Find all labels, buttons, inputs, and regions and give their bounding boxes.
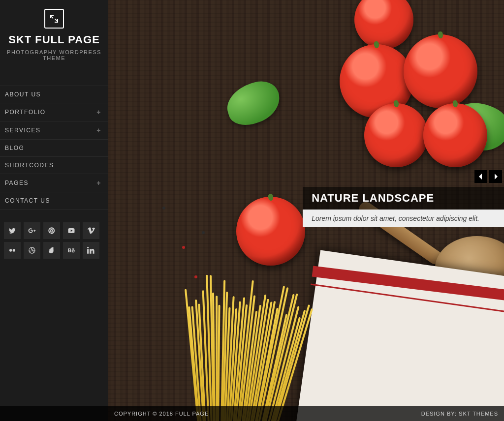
- nav-item-portfolio[interactable]: Portfolio+: [0, 103, 108, 121]
- nav-label: Shortcodes: [5, 162, 54, 169]
- slider-prev-button[interactable]: [474, 170, 487, 183]
- social-flickr[interactable]: [4, 242, 21, 259]
- svg-point-0: [9, 249, 12, 251]
- social-linkedin[interactable]: [83, 242, 99, 259]
- nav-item-pages[interactable]: Pages+: [0, 174, 108, 192]
- site-title: SKT FULL PAGE: [0, 33, 108, 46]
- nav-label: Blog: [5, 145, 24, 151]
- footer-copyright: Copyright © 2018 Full Page: [114, 411, 209, 417]
- site-subtitle: Photography WordPress Theme: [0, 49, 108, 61]
- social-envato[interactable]: [43, 242, 60, 259]
- footer-designby: Design by: SKT Themes: [421, 411, 498, 417]
- brand: SKT FULL PAGE Photography WordPress Them…: [0, 0, 108, 64]
- social-google-plus[interactable]: [24, 222, 40, 239]
- primary-nav: About Us Portfolio+ Services+ Blog Short…: [0, 86, 108, 210]
- social-twitter[interactable]: [4, 222, 21, 239]
- hero-title: Nature Landscape: [303, 187, 504, 210]
- nav-label: Services: [5, 127, 40, 134]
- hero-subtitle: Lorem ipsum dolor sit amet, consectetur …: [303, 210, 504, 227]
- social-pinterest[interactable]: [43, 222, 60, 239]
- nav-label: Portfolio: [5, 109, 46, 116]
- expand-icon: +: [96, 126, 101, 134]
- expand-icon: +: [96, 179, 101, 187]
- nav-item-contact-us[interactable]: Contact Us: [0, 192, 108, 210]
- nav-item-services[interactable]: Services+: [0, 121, 108, 139]
- svg-point-1: [13, 249, 15, 251]
- page-root: SKT FULL PAGE Photography WordPress Them…: [0, 0, 504, 421]
- social-vimeo[interactable]: [83, 222, 99, 239]
- nav-item-about-us[interactable]: About Us: [0, 86, 108, 103]
- nav-label: Contact Us: [5, 197, 50, 204]
- social-links: [0, 210, 108, 259]
- nav-item-blog[interactable]: Blog: [0, 139, 108, 156]
- nav-item-shortcodes[interactable]: Shortcodes: [0, 156, 108, 174]
- social-behance[interactable]: [63, 242, 80, 259]
- slider-arrows: [472, 170, 502, 183]
- footer: Copyright © 2018 Full Page Design by: SK…: [0, 406, 504, 421]
- nav-label: Pages: [5, 180, 29, 186]
- social-youtube[interactable]: [63, 222, 80, 239]
- hero: Nature Landscape Lorem ipsum dolor sit a…: [108, 0, 504, 421]
- logo-icon: [44, 9, 64, 29]
- slider-next-button[interactable]: [489, 170, 502, 183]
- expand-icon: +: [96, 108, 101, 116]
- nav-label: About Us: [5, 91, 41, 98]
- social-dribbble[interactable]: [24, 242, 40, 259]
- hero-caption: Nature Landscape Lorem ipsum dolor sit a…: [303, 187, 504, 227]
- sidebar: SKT FULL PAGE Photography WordPress Them…: [0, 0, 108, 421]
